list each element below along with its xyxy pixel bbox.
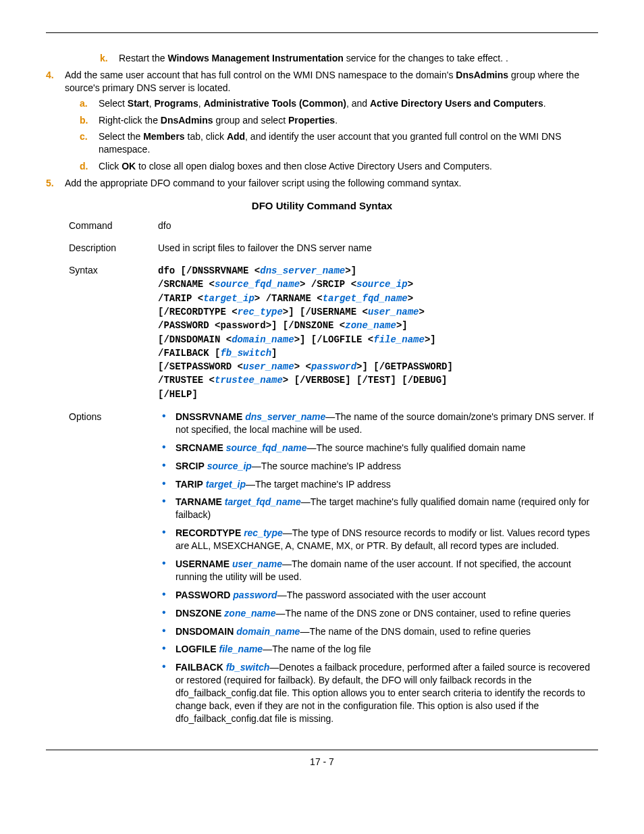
step-4d: d. Click OK to close all open dialog box… (80, 160, 598, 173)
section-title: DFO Utility Command Syntax (46, 199, 598, 213)
top-rule (46, 32, 598, 33)
value-syntax: dfo [/DNSSRVNAME <dns_server_name>] /SRC… (158, 264, 598, 401)
option-item: USERNAME user_name—The domain name of th… (158, 558, 598, 583)
option-item: SRCNAME source_fqd_name—The source machi… (158, 442, 598, 454)
option-item: LOGFILE file_name—The name of the log fi… (158, 643, 598, 656)
option-item: TARIP target_ip—The target machine's IP … (158, 478, 598, 491)
option-item: DNSZONE zone_name—The name of the DNS zo… (158, 607, 598, 620)
label-options: Options (69, 411, 158, 423)
option-item: TARNAME target_fqd_name—The target machi… (158, 496, 598, 521)
option-item: DNSSRVNAME dns_server_name—The name of t… (158, 411, 598, 436)
value-description: Used in script files to failover the DNS… (158, 242, 598, 255)
page-number: 17 - 7 (46, 756, 598, 768)
option-item: DNSDOMAIN domain_name—The name of the DN… (158, 625, 598, 638)
marker-k: k. (100, 52, 108, 65)
option-item: RECORDTYPE rec_type—The type of DNS reso… (158, 527, 598, 552)
marker-5: 5. (46, 177, 54, 190)
value-command: dfo (158, 219, 598, 232)
step-4: 4. Add the same user account that has fu… (46, 69, 598, 173)
label-syntax: Syntax (69, 264, 158, 277)
option-item: PASSWORD password—The password associate… (158, 589, 598, 602)
marker-4: 4. (46, 69, 54, 82)
outer-list: k. Restart the Windows Management Instru… (46, 52, 598, 190)
options-list: DNSSRVNAME dns_server_name—The name of t… (158, 411, 598, 725)
option-item: SRCIP source_ip—The source machine's IP … (158, 460, 598, 473)
label-command: Command (69, 219, 158, 232)
step-4c: c. Select the Members tab, click Add, an… (80, 130, 598, 156)
step-k: k. Restart the Windows Management Instru… (100, 52, 598, 65)
label-description: Description (69, 242, 158, 255)
step-5: 5. Add the appropriate DFO command to yo… (46, 177, 598, 190)
bottom-rule (46, 750, 598, 750)
step-4a: a. Select Start, Programs, Administrativ… (80, 97, 598, 110)
definition-list: Command dfo Description Used in script f… (69, 219, 598, 731)
option-item: FAILBACK fb_switch—Denotes a failback pr… (158, 661, 598, 725)
step-4b: b. Right-click the DnsAdmins group and s… (80, 114, 598, 127)
